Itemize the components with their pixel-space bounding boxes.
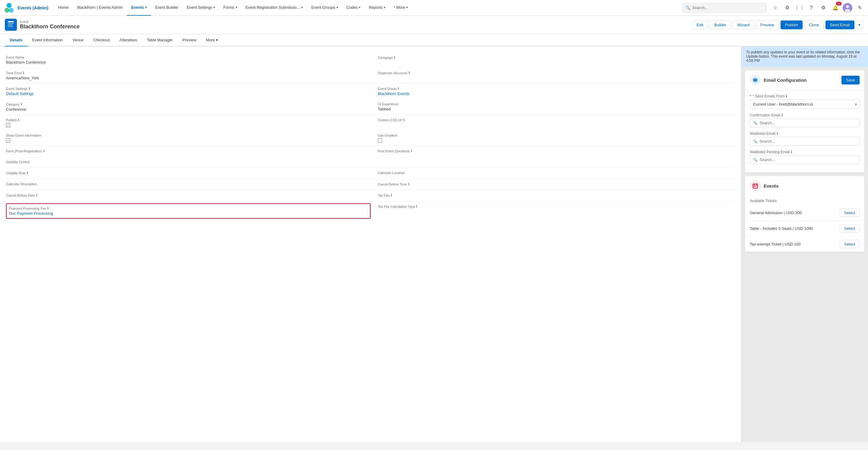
email-config-body: * * Send Emails From ℹ Current User - br… [745, 90, 864, 173]
ticket-select-button-2[interactable]: Select [840, 240, 860, 248]
confirmation-email-input[interactable] [760, 121, 856, 125]
waitlisted-pending-email-field: Waitlisted Pending Email ℹ 🔍 [750, 150, 860, 164]
waitlisted-pending-input[interactable] [760, 157, 856, 162]
form-post-reg-info-icon: ℹ [43, 149, 44, 153]
favorites-icon[interactable]: ☆ [770, 3, 780, 13]
user-avatar[interactable] [843, 3, 852, 13]
field-calendar-location: Calendar Location ✎ [371, 168, 735, 179]
event-settings-value[interactable]: Default Settings [6, 91, 34, 96]
email-config-save-button[interactable]: Save [841, 76, 860, 85]
nav-codes[interactable]: Codes ▾ [342, 0, 365, 16]
setup-gear-icon[interactable]: ⚙ [818, 3, 828, 13]
svg-point-6 [845, 9, 850, 13]
ticket-item-2: Tax-exempt Ticket | USD 100 Select [745, 236, 864, 252]
campaign-info-icon: ℹ [394, 56, 395, 59]
available-tickets-label: Available Tickets [745, 196, 864, 205]
nav-reports[interactable]: Reports ▾ [365, 0, 390, 16]
help-icon[interactable]: ? [806, 3, 816, 13]
confirmation-email-field: Confirmation Email ℹ 🔍 [750, 113, 860, 127]
tab-checkout[interactable]: Checkout [88, 34, 115, 47]
search-input[interactable] [692, 5, 764, 10]
field-category: Category ℹ Conference ✎ [6, 99, 371, 115]
ticket-item-0: General Admission | USD 200 Select [745, 205, 864, 220]
record-header: Event Blackthorn Conference Edit Builder… [0, 16, 868, 34]
organizer-info-icon: ℹ [408, 71, 410, 75]
nav-event-reg-submission[interactable]: Event Registration Submissio... ▾ [242, 0, 307, 16]
waitlisted-email-input[interactable] [760, 139, 856, 144]
record-title-group: Event Blackthorn Conference [20, 20, 80, 30]
app-title[interactable]: Events (Admin) [18, 5, 49, 10]
show-event-info-checkbox [6, 139, 10, 143]
confirmation-email-search[interactable]: 🔍 [750, 119, 860, 127]
event-groups-chevron-icon: ▾ [337, 6, 338, 9]
wizard-button[interactable]: Wizard [733, 21, 754, 29]
field-event-group: Event Group ℹ Blackthorn Events ✎ [371, 84, 735, 99]
events-card-title: Events [750, 180, 778, 191]
field-visibility-rule: Visibility Rule ℹ ✎ [6, 168, 371, 179]
confirmation-search-icon: 🔍 [753, 121, 758, 125]
field-timezone: Time Zone ℹ America/New_York ✎ [6, 68, 371, 84]
reports-chevron-icon: ▾ [384, 6, 385, 9]
send-emails-from-select[interactable]: Current User - brett@blackthorn.io ▾ [750, 99, 860, 109]
events-card-icon [750, 180, 761, 191]
waitlisted-email-search[interactable]: 🔍 [750, 137, 860, 146]
nav-event-groups[interactable]: Event Groups ▾ [307, 0, 342, 16]
events-card-header: Events [745, 176, 864, 196]
nav-more[interactable]: * More ▾ [390, 0, 412, 16]
svg-rect-10 [8, 25, 12, 25]
nav-forms[interactable]: Forms ▾ [219, 0, 242, 16]
svg-rect-11 [8, 26, 13, 27]
svg-point-5 [846, 5, 849, 8]
builder-button[interactable]: Builder [710, 21, 731, 29]
forms-chevron-icon: ▾ [236, 6, 237, 9]
send-emails-from-dropdown[interactable]: Current User - brett@blackthorn.io [750, 100, 859, 109]
send-email-button[interactable]: Send Email [826, 21, 855, 29]
waitlisted-pending-search-icon: 🔍 [753, 158, 758, 162]
timezone-value: America/New_York [6, 76, 366, 80]
tab-details[interactable]: Details [5, 34, 27, 47]
nav-home[interactable]: Home [54, 0, 73, 16]
nav-events[interactable]: Events ▾ [127, 0, 151, 16]
edit-nav-icon[interactable]: ✎ [855, 3, 864, 13]
nav-event-builder[interactable]: Event Builder [151, 0, 183, 16]
setup-icon[interactable]: ⚙ [782, 3, 792, 13]
field-cancel-before-time: Cancel Before Time ℹ ✎ [371, 179, 735, 190]
top-nav-actions: ☆ ⚙ ⋮⋮ ? ⚙ 🔔 12 ✎ [770, 3, 864, 13]
tab-more[interactable]: More ▾ [201, 34, 223, 47]
main-content: Event Name Blackthorn Conference ✎ Campa… [0, 47, 868, 442]
email-config-header: Email Configuration Save [745, 70, 864, 90]
publish-checkbox [6, 123, 10, 127]
tab-venue[interactable]: Venue [68, 34, 89, 47]
tab-event-information[interactable]: Event Information [27, 34, 68, 47]
tab-preview[interactable]: Preview [178, 34, 201, 47]
field-organizer: Organizer (Account) ℹ ✎ [371, 68, 735, 84]
ticket-select-button-1[interactable]: Select [840, 224, 860, 233]
nav-items: Home Blackthorn | Events Admin Events ▾ … [54, 0, 679, 16]
preview-button[interactable]: Preview [756, 21, 779, 29]
tax-fee-info-icon: ℹ [391, 193, 392, 197]
field-publish: Publish ℹ ✎ [6, 115, 371, 130]
ticket-select-button-0[interactable]: Select [840, 209, 860, 217]
nav-blackthorn-events-admin[interactable]: Blackthorn | Events Admin [73, 0, 127, 16]
field-tax-fee-calc: Tax Fee Calculation Type ℹ ✎ [371, 202, 735, 220]
email-config-card: Email Configuration Save * * Send Emails… [745, 70, 864, 173]
field-calendar-description: Calendar Description ✎ [6, 179, 371, 190]
payment-processing-fee-value[interactable]: Doc Payment Processing [9, 211, 53, 216]
notifications-icon[interactable]: 🔔 12 [831, 3, 840, 13]
edit-button[interactable]: Edit [692, 21, 708, 29]
send-emails-info-icon: ℹ [786, 94, 787, 98]
app-launcher-icon[interactable]: ⋮⋮ [795, 3, 804, 13]
field-tax-fee: Tax Fee ℹ ✎ [371, 190, 735, 202]
tab-attendees[interactable]: Attendees [115, 34, 142, 47]
tab-table-manager[interactable]: Table Manager [142, 34, 178, 47]
search-icon: 🔍 [686, 5, 690, 10]
clone-button[interactable]: Clone [804, 21, 824, 29]
actions-dropdown-button[interactable]: ▾ [856, 21, 863, 29]
event-name-value: Blackthorn Conference [6, 60, 366, 64]
search-bar: 🔍 [682, 3, 767, 13]
publish-button[interactable]: Publish [781, 21, 803, 29]
nav-event-settings[interactable]: Event Settings ▾ [183, 0, 219, 16]
waitlisted-pending-search[interactable]: 🔍 [750, 155, 860, 164]
cancel-before-date-info-icon: ℹ [36, 193, 37, 197]
event-group-value[interactable]: Blackthorn Events [378, 91, 409, 96]
